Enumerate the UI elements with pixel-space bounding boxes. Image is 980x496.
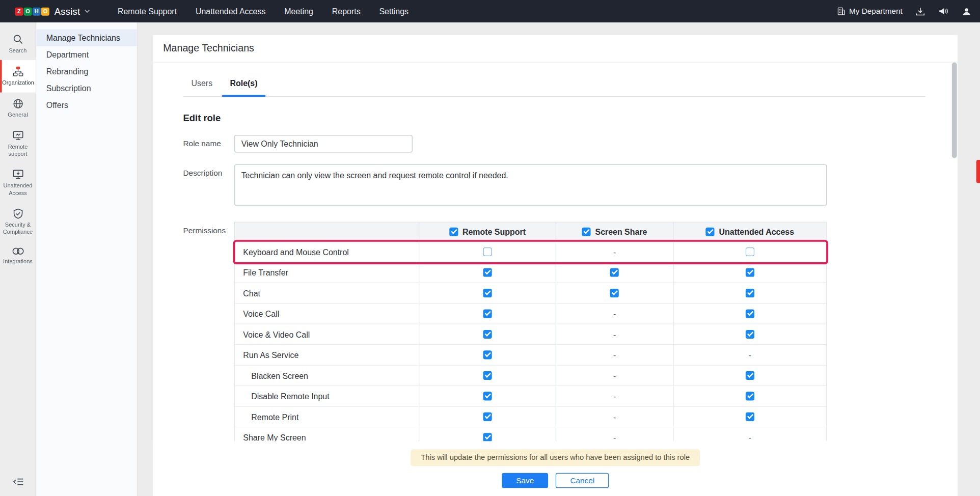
rail-item-organization[interactable]: Organization [0, 60, 36, 92]
sidebar-item-manage-technicians[interactable]: Manage Technicians [36, 30, 137, 46]
checkbox-checked[interactable] [746, 371, 754, 380]
header-screen-share: Screen Share [555, 223, 673, 241]
column-label: Screen Share [595, 227, 647, 236]
rail-item-unattended-access[interactable]: Unattended Access [0, 163, 36, 203]
sidebar-item-offers[interactable]: Offers [36, 97, 137, 114]
permission-label: Blacken Screen [235, 366, 419, 385]
checkbox-checked[interactable] [706, 228, 715, 236]
sidebar-item-rebranding[interactable]: Rebranding [36, 63, 137, 80]
navbar-right: My Department [836, 7, 971, 16]
role-name-label: Role name [183, 135, 235, 148]
nav-meeting[interactable]: Meeting [284, 7, 313, 16]
checkbox-checked[interactable] [746, 309, 754, 318]
checkbox-checked[interactable] [483, 309, 492, 318]
table-row: Voice & Video Call- [235, 324, 826, 345]
nav-remote-support[interactable]: Remote Support [118, 7, 177, 16]
checkbox-checked[interactable] [610, 289, 619, 297]
user-icon[interactable] [962, 7, 971, 16]
megaphone-icon[interactable] [938, 7, 949, 15]
permission-checkbox-cell [419, 304, 555, 323]
card-footer: This will update the permissions for all… [153, 441, 958, 496]
permission-not-applicable-cell: - [673, 345, 826, 365]
permission-checkbox-cell [419, 283, 555, 303]
checkbox-checked[interactable] [483, 268, 492, 277]
vertical-scrollbar[interactable] [952, 63, 957, 158]
permission-checkbox-cell [419, 324, 555, 344]
checkbox-checked[interactable] [610, 268, 619, 277]
department-label: My Department [849, 7, 903, 15]
shield-icon [12, 208, 23, 219]
permission-checkbox-cell [419, 366, 555, 385]
permission-not-applicable-cell: - [555, 407, 673, 427]
permissions-table-body: Keyboard and Mouse Control-File Transfer… [235, 242, 826, 448]
tab-roles[interactable]: Role(s) [222, 79, 266, 96]
feedback-edge-tab[interactable] [976, 160, 980, 183]
cancel-button[interactable]: Cancel [556, 473, 609, 488]
table-row: Keyboard and Mouse Control- [235, 242, 826, 262]
checkbox-checked[interactable] [483, 433, 492, 442]
permission-label: Disable Remote Input [235, 386, 419, 406]
section-title: Edit role [183, 113, 958, 123]
collapse-sidebar-button[interactable] [0, 469, 36, 496]
role-name-input[interactable] [234, 135, 413, 152]
table-row: File Transfer [235, 262, 826, 283]
main-nav: Remote Support Unattended Access Meeting… [118, 7, 409, 16]
role-update-notice: This will update the permissions for all… [411, 449, 700, 466]
top-navbar: Z O H O Assist Remote Support Unattended… [0, 0, 980, 22]
checkbox-checked[interactable] [483, 371, 492, 380]
not-applicable-dash: - [613, 247, 616, 256]
checkbox-checked[interactable] [483, 330, 492, 339]
checkbox-checked[interactable] [483, 350, 492, 359]
permission-checkbox-cell [555, 283, 673, 303]
permission-label: Chat [235, 283, 419, 303]
not-applicable-dash: - [613, 350, 616, 360]
tab-users[interactable]: Users [183, 79, 221, 96]
checkbox-checked[interactable] [746, 392, 754, 400]
rail-item-security-compliance[interactable]: Security & Compliance [0, 202, 36, 241]
rail-item-label: Remote support [1, 144, 34, 158]
rail-item-label: Integrations [3, 258, 33, 265]
rail-item-search[interactable]: Search [0, 28, 36, 60]
nav-settings[interactable]: Settings [379, 7, 409, 16]
logo-letter: H [33, 7, 41, 15]
header-empty-cell [235, 223, 419, 241]
checkbox-checked[interactable] [449, 228, 458, 236]
permission-checkbox-cell [419, 242, 555, 262]
checkbox-unchecked[interactable] [746, 247, 754, 256]
checkbox-checked[interactable] [746, 268, 754, 277]
tab-bar: Users Role(s) [183, 63, 926, 97]
permission-not-applicable-cell: - [555, 324, 673, 344]
checkbox-checked[interactable] [746, 289, 754, 297]
save-button[interactable]: Save [502, 473, 548, 488]
checkbox-unchecked[interactable] [483, 247, 492, 256]
monitor-arrow-icon [12, 169, 23, 180]
nav-reports[interactable]: Reports [332, 7, 361, 16]
nav-unattended-access[interactable]: Unattended Access [196, 7, 265, 16]
not-applicable-dash: - [613, 371, 616, 380]
page-body: Search Organization General Remote suppo… [0, 22, 980, 496]
download-icon[interactable] [916, 7, 925, 16]
rail-item-general[interactable]: General [0, 92, 36, 124]
permission-checkbox-cell [419, 345, 555, 365]
my-department-menu[interactable]: My Department [836, 7, 902, 15]
sidebar-item-subscription[interactable]: Subscription [36, 80, 137, 97]
building-icon [836, 7, 845, 15]
not-applicable-dash: - [613, 392, 616, 401]
main-content: Manage Technicians Users Role(s) Edit ro… [138, 22, 980, 496]
rail-item-label: General [8, 112, 28, 119]
zoho-logo[interactable]: Z O H O [15, 7, 49, 15]
checkbox-checked[interactable] [483, 392, 492, 400]
checkbox-checked[interactable] [746, 412, 754, 421]
permission-checkbox-cell [673, 304, 826, 323]
checkbox-checked[interactable] [746, 330, 754, 339]
rail-item-remote-support[interactable]: Remote support [0, 124, 36, 163]
chevron-down-icon[interactable] [85, 9, 90, 13]
checkbox-checked[interactable] [483, 289, 492, 297]
description-textarea[interactable]: Technician can only view the screen and … [234, 164, 827, 206]
not-applicable-dash: - [613, 329, 616, 339]
checkbox-checked[interactable] [483, 412, 492, 421]
column-label: Remote Support [462, 227, 526, 236]
rail-item-integrations[interactable]: Integrations [0, 241, 36, 271]
checkbox-checked[interactable] [582, 228, 591, 236]
sidebar-item-department[interactable]: Department [36, 46, 137, 63]
